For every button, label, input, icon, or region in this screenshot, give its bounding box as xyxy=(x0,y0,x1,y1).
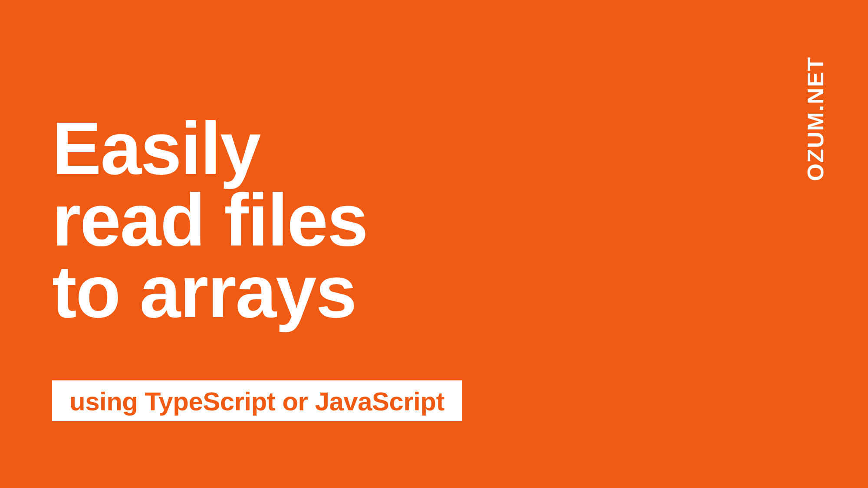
headline: Easily read files to arrays xyxy=(52,113,368,328)
headline-line-1: Easily xyxy=(52,113,368,184)
hero-slide: Easily read files to arrays using TypeSc… xyxy=(0,0,868,488)
headline-line-3: to arrays xyxy=(52,256,368,328)
headline-line-2: read files xyxy=(52,184,368,256)
subtitle-text: using TypeScript or JavaScript xyxy=(69,389,444,415)
brand-label: OZUM.NET xyxy=(804,56,827,181)
subtitle-box: using TypeScript or JavaScript xyxy=(52,380,462,421)
